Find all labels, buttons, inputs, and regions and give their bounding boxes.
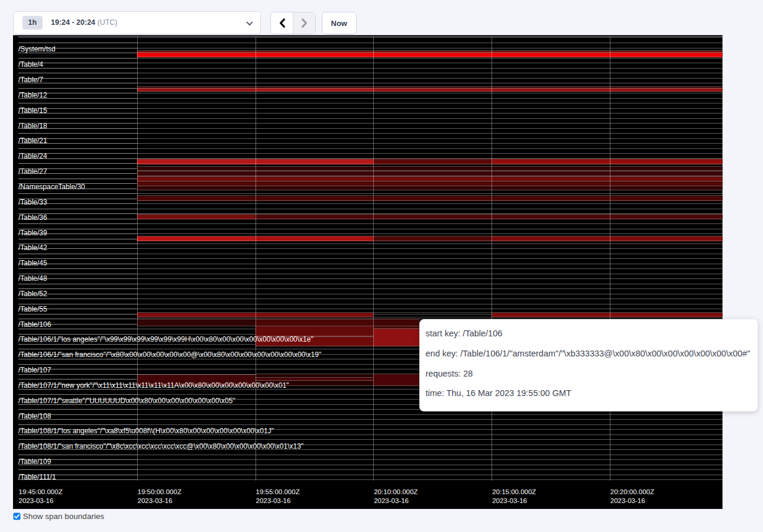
svg-text:/Table/55: /Table/55 [18,305,47,313]
svg-text:/Table/45: /Table/45 [18,259,47,267]
svg-text:/Table/15: /Table/15 [18,106,47,115]
svg-text:2023-03-16: 2023-03-16 [374,497,409,504]
svg-text:20:20:00.000Z: 20:20:00.000Z [610,488,654,495]
svg-text:/Table/48: /Table/48 [18,274,47,283]
svg-text:/Table/106: /Table/106 [18,320,51,329]
svg-text:/Table/42: /Table/42 [18,244,47,252]
svg-text:/Table/107/1/"seattle"/"UUUUUU: /Table/107/1/"seattle"/"UUUUUUD\x00\x80\… [18,397,235,405]
svg-text:/Table/52: /Table/52 [18,290,47,298]
svg-text:2023-03-16: 2023-03-16 [19,497,54,504]
svg-text:/Table/7: /Table/7 [18,76,43,84]
svg-text:2023-03-16: 2023-03-16 [610,497,645,504]
svg-text:/Table/108/1/"los angeles"/"\x: /Table/108/1/"los angeles"/"\xa8\xf5\u00… [18,427,274,435]
svg-text:20:10:00.000Z: 20:10:00.000Z [374,488,418,495]
svg-text:2023-03-16: 2023-03-16 [256,497,291,504]
svg-text:/Table/106/1/"los angeles"/"\x: /Table/106/1/"los angeles"/"\x99\x99\x99… [18,335,313,343]
svg-text:19:55:00.000Z: 19:55:00.000Z [256,488,300,495]
svg-text:/Table/24: /Table/24 [18,152,47,160]
svg-text:/Table/27: /Table/27 [18,167,47,176]
svg-text:2023-03-16: 2023-03-16 [492,497,527,504]
svg-text:/Table/111/1: /Table/111/1 [18,473,56,481]
svg-text:/Table/39: /Table/39 [18,229,47,237]
svg-text:19:50:00.000Z: 19:50:00.000Z [138,488,182,495]
svg-text:/Table/108: /Table/108 [18,412,51,420]
svg-text:/Table/21: /Table/21 [18,137,47,145]
svg-text:/Table/107/1/"new york"/"\x11\: /Table/107/1/"new york"/"\x11\x11\x11\x1… [18,381,289,390]
svg-text:/Table/33: /Table/33 [18,198,47,206]
svg-text:20:15:00.000Z: 20:15:00.000Z [492,488,536,495]
svg-text:/System/tsd: /System/tsd [18,45,56,53]
svg-text:/Table/109: /Table/109 [18,458,51,466]
svg-text:19:45:00.000Z: 19:45:00.000Z [19,488,63,495]
svg-text:/NamespaceTable/30: /NamespaceTable/30 [18,183,85,191]
svg-text:/Table/107: /Table/107 [18,366,51,374]
svg-text:2023-03-16: 2023-03-16 [138,497,173,504]
svg-text:/Table/36: /Table/36 [18,213,47,222]
svg-text:/Table/18: /Table/18 [18,122,47,130]
svg-text:/Table/4: /Table/4 [18,60,43,69]
svg-text:/Table/108/1/"san francisco"/": /Table/108/1/"san francisco"/"\x8c\xcc\x… [18,442,303,450]
svg-text:/Table/106/1/"san francisco"/": /Table/106/1/"san francisco"/"\x80\x00\x… [18,351,321,359]
svg-text:/Table/12: /Table/12 [18,91,47,99]
